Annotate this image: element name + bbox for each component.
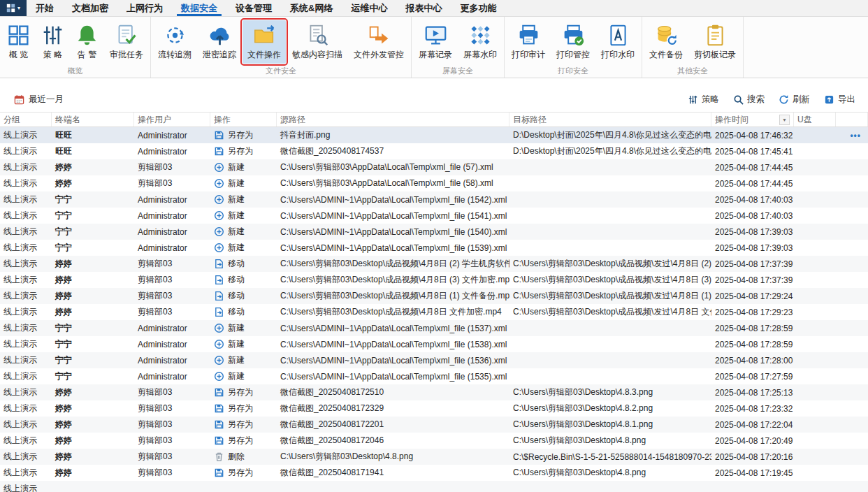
column-header-5[interactable]: 目标路径 (509, 113, 711, 126)
cell-group: 线上演示 (0, 224, 52, 240)
cell-usb (794, 336, 836, 352)
table-row[interactable]: 线上演示旺旺Administrator另存为微信截图_2025040817453… (0, 143, 868, 159)
menu-tab-4[interactable]: 设备管理 (226, 0, 281, 16)
cell-target-path: C:\Users\剪辑部03\Desktop\成品视频\发过\4月8日 (2) … (509, 256, 711, 272)
table-row[interactable]: 线上演示婷婷剪辑部03另存为微信截图_20250408172510C:\User… (0, 384, 868, 400)
cell-terminal: 婷婷 (52, 288, 134, 304)
menu-tab-3[interactable]: 数据安全 (172, 0, 226, 16)
column-header-label: 操作用户 (138, 114, 171, 126)
overview-icon (7, 24, 30, 47)
ribbon-button-approval[interactable]: 审批任务 (105, 20, 148, 64)
toolbar-action-export[interactable]: 导出 (824, 94, 855, 106)
ribbon-button-screen-watermark[interactable]: 屏幕水印 (458, 20, 502, 64)
ribbon-button-leak[interactable]: 泄密追踪 (198, 20, 241, 64)
table-row[interactable]: 线上演示宁宁Administrator新建C:\Users\ADMINI~1\A… (0, 320, 868, 336)
menu-tab-7[interactable]: 报表中心 (396, 0, 451, 16)
cell-operation: 移动 (210, 288, 277, 304)
ribbon-button-scan[interactable]: 敏感内容扫描 (287, 20, 347, 64)
cell-source-path (277, 481, 509, 492)
toolbar-action-search[interactable]: 搜索 (733, 94, 765, 106)
ribbon-button-backup[interactable]: 文件备份 (644, 20, 688, 64)
cell-usb (794, 352, 836, 368)
toolbar-action-label: 刷新 (793, 94, 810, 106)
ribbon-button-alarm[interactable]: 告 警 (71, 20, 103, 64)
table-row[interactable]: 线上演示宁宁Administrator新建C:\Users\ADMINI~1\A… (0, 191, 868, 208)
cell-source-path: C:\Users\剪辑部03\Desktop\4.8.png (277, 449, 509, 465)
cell-usb (794, 400, 836, 417)
column-header-0[interactable]: 分组 (0, 113, 52, 126)
table-row[interactable]: 线上演示婷婷剪辑部03移动C:\Users\剪辑部03\Desktop\成品视频… (0, 256, 868, 272)
ribbon-button-screen-record[interactable]: 屏幕记录 (414, 20, 457, 64)
table-row[interactable]: 线上演示婷婷剪辑部03新建C:\Users\剪辑部03\AppData\Loca… (0, 175, 868, 191)
cell-usb (794, 320, 836, 336)
cell-group: 线上演示 (0, 400, 52, 417)
ribbon-button-label: 屏幕水印 (463, 49, 497, 61)
table-row[interactable]: 线上演示宁宁Administrator新建C:\Users\ADMINI~1\A… (0, 224, 868, 240)
column-filter-button[interactable]: ▼ (779, 115, 790, 125)
table-row[interactable]: 线上演示旺旺Administrator另存为抖音封面.pngD:\Desktop… (0, 127, 868, 143)
cell-user: 剪辑部03 (134, 417, 210, 433)
column-header-6[interactable]: 操作时间▼ (711, 113, 794, 126)
toolbar-action-refresh[interactable]: 刷新 (779, 94, 810, 106)
column-header-1[interactable]: 终端名 (52, 113, 134, 126)
cell-usb (794, 368, 836, 384)
ribbon-button-policy[interactable]: 策 略 (36, 20, 69, 64)
table-row[interactable]: 线上演示婷婷剪辑部03删除C:\Users\剪辑部03\Desktop\4.8.… (0, 449, 868, 465)
cell-operation: 新建 (210, 208, 277, 224)
cell-time: 2025-04-08 17:44:45 (711, 159, 794, 175)
table-row[interactable]: 线上演示婷婷剪辑部03另存为微信截图_20250408172201C:\User… (0, 417, 868, 433)
column-header-label: 操作 (214, 114, 231, 126)
row-menu-icon[interactable]: ••• (850, 131, 865, 140)
cell-group: 线上演示 (0, 384, 52, 400)
toolbar-action-policy-small[interactable]: 策略 (688, 94, 719, 106)
cell-time: 2025-04-08 17:29:24 (711, 288, 794, 304)
table-row[interactable]: 线上演示宁宁Administrator新建C:\Users\ADMINI~1\A… (0, 208, 868, 224)
ribbon-button-print-watermark[interactable]: 打印水印 (596, 20, 639, 64)
table-row[interactable]: 线上演示婷婷剪辑部03移动C:\Users\剪辑部03\Desktop\成品视频… (0, 304, 868, 320)
menu-tab-2[interactable]: 上网行为 (117, 0, 172, 16)
ribbon-button-fileop[interactable]: 文件操作 (243, 20, 286, 64)
table-row[interactable]: 线上演示婷婷剪辑部03另存为微信截图_20250408172329C:\User… (0, 400, 868, 417)
cell-usb (794, 224, 836, 240)
menu-tab-1[interactable]: 文档加密 (63, 0, 117, 16)
cell-target-path: D:\Desktop\封面\2025年\四月4.8\你见过这么变态的电脑监... (509, 143, 711, 159)
cell-target-path (509, 191, 711, 208)
cell-source-path: 微信截图_20250408171941 (277, 465, 509, 481)
column-header-3[interactable]: 操作 (210, 113, 277, 126)
menu-tab-0[interactable]: 开始 (27, 0, 63, 16)
operation-label: 新建 (228, 161, 245, 173)
column-header-7[interactable]: U盘 (794, 113, 836, 126)
column-header-8[interactable] (836, 113, 868, 126)
table-row[interactable]: 线上演示婷婷剪辑部03移动C:\Users\剪辑部03\Desktop\成品视频… (0, 272, 868, 288)
table-row[interactable]: 线上演示宁宁Administrator新建C:\Users\ADMINI~1\A… (0, 352, 868, 368)
date-range-filter[interactable]: 最近一月 (14, 94, 64, 106)
column-header-2[interactable]: 操作用户 (134, 113, 210, 126)
ribbon-button-clipboard[interactable]: 剪切板记录 (689, 20, 741, 64)
menu-tab-6[interactable]: 运维中心 (342, 0, 396, 16)
ribbon-button-label: 策 略 (43, 49, 62, 61)
table-row[interactable]: 线上演示婷婷剪辑部03另存为微信截图_20250408171941C:\User… (0, 465, 868, 481)
cell-terminal: 婷婷 (52, 384, 134, 400)
menu-tab-8[interactable]: 更多功能 (451, 0, 505, 16)
app-menu-button[interactable]: ▾ (0, 0, 27, 16)
table-row[interactable]: 线上演示婷婷剪辑部03另存为微信截图_20250408172046C:\User… (0, 433, 868, 449)
table-row[interactable]: 线上演示 (0, 481, 868, 492)
cell-user: Administrator (134, 368, 210, 384)
ribbon-button-label: 打印水印 (601, 49, 635, 61)
ribbon-button-overview[interactable]: 概 览 (2, 20, 35, 64)
operation-label: 新建 (228, 226, 245, 238)
ribbon-button-trace[interactable]: 流转追溯 (153, 20, 196, 64)
table-row[interactable]: 线上演示宁宁Administrator新建C:\Users\ADMINI~1\A… (0, 336, 868, 352)
column-header-4[interactable]: 源路径 (277, 113, 509, 126)
table-row[interactable]: 线上演示婷婷剪辑部03移动C:\Users\剪辑部03\Desktop\成品视频… (0, 288, 868, 304)
menu-tab-5[interactable]: 系统&网络 (281, 0, 342, 16)
ribbon-button-print-control[interactable]: 打印管控 (551, 20, 595, 64)
cell-usb (794, 417, 836, 433)
ribbon-group-1: 流转追溯泄密追踪文件操作敏感内容扫描文件外发管控文件安全 (151, 17, 412, 78)
table-row[interactable]: 线上演示宁宁Administrator新建C:\Users\ADMINI~1\A… (0, 368, 868, 384)
table-row[interactable]: 线上演示宁宁Administrator新建C:\Users\ADMINI~1\A… (0, 240, 868, 256)
table-row[interactable]: 线上演示婷婷剪辑部03新建C:\Users\剪辑部03\AppData\Loca… (0, 159, 868, 175)
cell-terminal: 宁宁 (52, 240, 134, 256)
ribbon-button-outgoing[interactable]: 文件外发管控 (349, 20, 409, 64)
ribbon-button-print-audit[interactable]: 打印审计 (507, 20, 550, 64)
